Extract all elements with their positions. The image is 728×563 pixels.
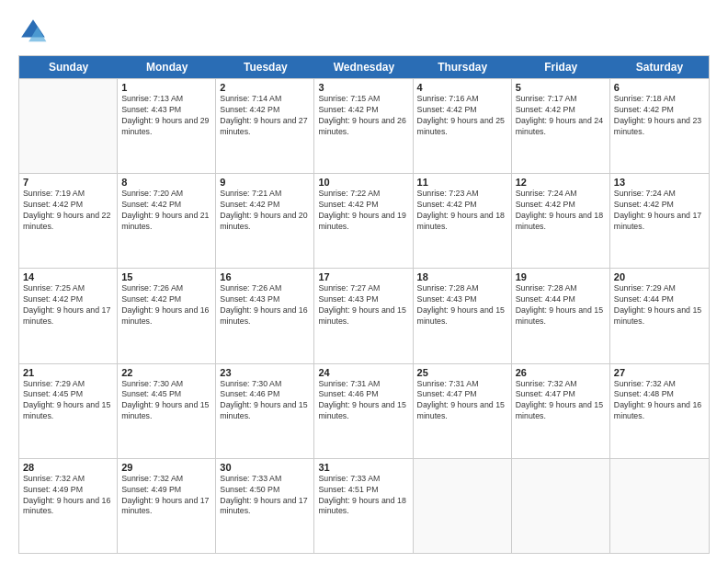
day-number: 23 (220, 367, 310, 378)
day-number: 20 (614, 271, 705, 282)
day-info: Sunrise: 7:22 AMSunset: 4:42 PMDaylight:… (318, 189, 408, 233)
calendar-row: 28Sunrise: 7:32 AMSunset: 4:49 PMDayligh… (19, 458, 709, 553)
calendar-cell: 6Sunrise: 7:18 AMSunset: 4:42 PMDaylight… (610, 79, 709, 173)
day-number: 26 (516, 367, 606, 378)
day-info: Sunrise: 7:32 AMSunset: 4:48 PMDaylight:… (614, 379, 705, 423)
day-number: 11 (417, 177, 507, 188)
calendar-cell: 8Sunrise: 7:20 AMSunset: 4:42 PMDaylight… (118, 174, 216, 268)
calendar-row: 1Sunrise: 7:13 AMSunset: 4:43 PMDaylight… (19, 78, 709, 173)
day-info: Sunrise: 7:31 AMSunset: 4:46 PMDaylight:… (318, 379, 408, 423)
day-info: Sunrise: 7:26 AMSunset: 4:42 PMDaylight:… (121, 283, 211, 327)
weekday-header: Friday (512, 56, 610, 78)
day-info: Sunrise: 7:27 AMSunset: 4:43 PMDaylight:… (318, 283, 408, 327)
day-number: 19 (516, 271, 606, 282)
calendar-cell: 31Sunrise: 7:33 AMSunset: 4:51 PMDayligh… (314, 459, 413, 553)
day-number: 30 (220, 462, 310, 473)
calendar-cell: 2Sunrise: 7:14 AMSunset: 4:42 PMDaylight… (216, 79, 314, 173)
calendar-cell: 16Sunrise: 7:26 AMSunset: 4:43 PMDayligh… (216, 269, 314, 362)
day-info: Sunrise: 7:13 AMSunset: 4:43 PMDaylight:… (121, 94, 211, 138)
day-info: Sunrise: 7:25 AMSunset: 4:42 PMDaylight:… (23, 283, 113, 327)
day-number: 5 (516, 82, 606, 93)
day-info: Sunrise: 7:15 AMSunset: 4:42 PMDaylight:… (318, 94, 408, 138)
day-info: Sunrise: 7:32 AMSunset: 4:49 PMDaylight:… (23, 474, 113, 518)
day-number: 9 (220, 177, 310, 188)
day-info: Sunrise: 7:26 AMSunset: 4:43 PMDaylight:… (220, 283, 310, 327)
day-info: Sunrise: 7:32 AMSunset: 4:47 PMDaylight:… (516, 379, 606, 423)
calendar-cell: 21Sunrise: 7:29 AMSunset: 4:45 PMDayligh… (19, 364, 118, 458)
calendar-cell: 12Sunrise: 7:24 AMSunset: 4:42 PMDayligh… (512, 174, 610, 268)
day-info: Sunrise: 7:28 AMSunset: 4:43 PMDaylight:… (417, 283, 507, 327)
day-info: Sunrise: 7:18 AMSunset: 4:42 PMDaylight:… (614, 94, 705, 138)
day-number: 6 (614, 82, 705, 93)
calendar-cell: 29Sunrise: 7:32 AMSunset: 4:49 PMDayligh… (118, 459, 216, 553)
day-info: Sunrise: 7:24 AMSunset: 4:42 PMDaylight:… (614, 189, 705, 233)
calendar-cell: 23Sunrise: 7:30 AMSunset: 4:46 PMDayligh… (216, 364, 314, 458)
weekday-header: Monday (118, 56, 216, 78)
calendar-row: 14Sunrise: 7:25 AMSunset: 4:42 PMDayligh… (19, 268, 709, 362)
calendar-cell (610, 459, 709, 553)
day-info: Sunrise: 7:29 AMSunset: 4:44 PMDaylight:… (614, 283, 705, 327)
calendar-cell: 14Sunrise: 7:25 AMSunset: 4:42 PMDayligh… (19, 269, 118, 362)
day-number: 13 (614, 177, 705, 188)
logo (18, 17, 51, 46)
calendar-cell: 27Sunrise: 7:32 AMSunset: 4:48 PMDayligh… (610, 364, 709, 458)
day-info: Sunrise: 7:14 AMSunset: 4:42 PMDaylight:… (220, 94, 310, 138)
day-info: Sunrise: 7:21 AMSunset: 4:42 PMDaylight:… (220, 189, 310, 233)
weekday-header: Saturday (610, 56, 709, 78)
weekday-header: Wednesday (314, 56, 413, 78)
day-number: 4 (417, 82, 507, 93)
day-number: 18 (417, 271, 507, 282)
day-number: 12 (516, 177, 606, 188)
day-number: 27 (614, 367, 705, 378)
calendar-cell: 3Sunrise: 7:15 AMSunset: 4:42 PMDaylight… (314, 79, 413, 173)
calendar-cell (414, 459, 512, 553)
day-info: Sunrise: 7:28 AMSunset: 4:44 PMDaylight:… (516, 283, 606, 327)
logo-icon (18, 17, 48, 46)
calendar-cell: 7Sunrise: 7:19 AMSunset: 4:42 PMDaylight… (19, 174, 118, 268)
calendar-cell: 10Sunrise: 7:22 AMSunset: 4:42 PMDayligh… (314, 174, 413, 268)
calendar-cell: 9Sunrise: 7:21 AMSunset: 4:42 PMDaylight… (216, 174, 314, 268)
day-info: Sunrise: 7:32 AMSunset: 4:49 PMDaylight:… (121, 474, 211, 518)
day-info: Sunrise: 7:19 AMSunset: 4:42 PMDaylight:… (23, 189, 113, 233)
calendar-row: 21Sunrise: 7:29 AMSunset: 4:45 PMDayligh… (19, 363, 709, 458)
day-number: 10 (318, 177, 408, 188)
day-info: Sunrise: 7:33 AMSunset: 4:50 PMDaylight:… (220, 474, 310, 518)
day-number: 25 (417, 367, 507, 378)
day-number: 29 (121, 462, 211, 473)
calendar-cell: 19Sunrise: 7:28 AMSunset: 4:44 PMDayligh… (512, 269, 610, 362)
day-number: 24 (318, 367, 408, 378)
calendar-cell: 18Sunrise: 7:28 AMSunset: 4:43 PMDayligh… (414, 269, 512, 362)
calendar-cell: 15Sunrise: 7:26 AMSunset: 4:42 PMDayligh… (118, 269, 216, 362)
header (18, 17, 710, 46)
calendar-cell (19, 79, 118, 173)
day-number: 22 (121, 367, 211, 378)
weekday-header: Tuesday (216, 56, 314, 78)
calendar-cell (512, 459, 610, 553)
day-number: 8 (121, 177, 211, 188)
calendar-cell: 22Sunrise: 7:30 AMSunset: 4:45 PMDayligh… (118, 364, 216, 458)
calendar-cell: 17Sunrise: 7:27 AMSunset: 4:43 PMDayligh… (314, 269, 413, 362)
day-info: Sunrise: 7:16 AMSunset: 4:42 PMDaylight:… (417, 94, 507, 138)
calendar-cell: 1Sunrise: 7:13 AMSunset: 4:43 PMDaylight… (118, 79, 216, 173)
calendar-cell: 25Sunrise: 7:31 AMSunset: 4:47 PMDayligh… (414, 364, 512, 458)
day-number: 2 (220, 82, 310, 93)
day-number: 1 (121, 82, 211, 93)
weekday-header: Sunday (19, 56, 118, 78)
calendar-row: 7Sunrise: 7:19 AMSunset: 4:42 PMDaylight… (19, 173, 709, 268)
page: SundayMondayTuesdayWednesdayThursdayFrid… (0, 0, 728, 563)
day-info: Sunrise: 7:33 AMSunset: 4:51 PMDaylight:… (318, 474, 408, 518)
calendar-cell: 20Sunrise: 7:29 AMSunset: 4:44 PMDayligh… (610, 269, 709, 362)
calendar-cell: 13Sunrise: 7:24 AMSunset: 4:42 PMDayligh… (610, 174, 709, 268)
day-info: Sunrise: 7:17 AMSunset: 4:42 PMDaylight:… (516, 94, 606, 138)
day-number: 17 (318, 271, 408, 282)
calendar-cell: 26Sunrise: 7:32 AMSunset: 4:47 PMDayligh… (512, 364, 610, 458)
day-number: 3 (318, 82, 408, 93)
calendar-cell: 30Sunrise: 7:33 AMSunset: 4:50 PMDayligh… (216, 459, 314, 553)
day-number: 16 (220, 271, 310, 282)
day-number: 15 (121, 271, 211, 282)
calendar-header: SundayMondayTuesdayWednesdayThursdayFrid… (19, 56, 709, 78)
day-number: 7 (23, 177, 113, 188)
weekday-header: Thursday (414, 56, 512, 78)
day-info: Sunrise: 7:30 AMSunset: 4:46 PMDaylight:… (220, 379, 310, 423)
day-number: 21 (23, 367, 113, 378)
